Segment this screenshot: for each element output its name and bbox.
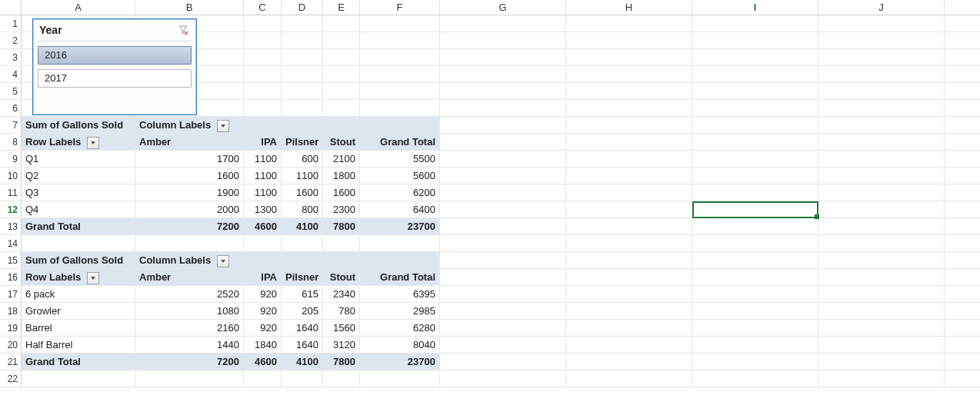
pivot1-measure-label: Sum of Gallons Sold	[22, 117, 135, 133]
pivot1-col-1: IPA	[244, 134, 282, 150]
slicer-clear-filter-icon[interactable]	[176, 24, 190, 36]
slicer-item-2016[interactable]: 2016	[38, 46, 192, 65]
pivot1-row-label: Q2	[22, 168, 135, 184]
pivot1-col-0: Amber	[135, 134, 244, 150]
col-header-H[interactable]: H	[566, 0, 692, 15]
pivot1-column-field[interactable]: Column Labels	[135, 117, 244, 133]
pivot2-row-label: 6 pack	[22, 286, 135, 302]
pivot2-col-filter-button[interactable]	[217, 255, 229, 267]
slicer-title: Year	[39, 24, 62, 36]
pivot2-row-field[interactable]: Row Labels	[22, 269, 135, 285]
pivot1-grand-total-label: Grand Total	[22, 218, 135, 234]
col-header-C[interactable]: C	[244, 0, 282, 15]
pivot1-row-label: Q4	[22, 201, 135, 217]
pivot1-col-4: Grand Total	[360, 134, 440, 150]
pivot1-row-label: Q3	[22, 184, 135, 201]
pivot1-row-filter-button[interactable]	[87, 137, 99, 149]
col-header-B[interactable]: B	[135, 0, 244, 15]
column-header-row: A B C D E F G H I J	[0, 0, 980, 15]
slicer-item-2017[interactable]: 2017	[38, 69, 192, 88]
col-header-J[interactable]: J	[818, 0, 945, 15]
pivot2-row-filter-button[interactable]	[87, 272, 99, 284]
col-header-I[interactable]: I	[692, 0, 818, 15]
pivot2-row-label: Barrel	[22, 320, 135, 336]
pivot1-row-field[interactable]: Row Labels	[22, 134, 135, 150]
pivot1-col-filter-button[interactable]	[217, 120, 229, 132]
pivot2-column-field[interactable]: Column Labels	[135, 252, 244, 268]
spreadsheet-sheet: A B C D E F G H I J 1 2 3 4 5 6 7 Sum of…	[0, 0, 980, 415]
col-header-E[interactable]: E	[323, 0, 360, 15]
col-header-F[interactable]: F	[360, 0, 440, 15]
col-header-A[interactable]: A	[22, 0, 135, 15]
pivot1-row-label: Q1	[22, 151, 135, 167]
pivot2-measure-label: Sum of Gallons Sold	[22, 252, 135, 268]
pivot2-row-label: Half Barrel	[22, 337, 135, 353]
pivot2-row-label: Growler	[22, 303, 135, 319]
pivot2-grand-total-label: Grand Total	[22, 354, 135, 370]
pivot1-col-3: Stout	[323, 134, 360, 150]
col-header-D[interactable]: D	[282, 0, 323, 15]
select-all-corner[interactable]	[0, 0, 22, 15]
pivot1-col-2: Pilsner	[282, 134, 323, 150]
slicer-year[interactable]: Year 2016 2017	[32, 18, 197, 115]
col-header-G[interactable]: G	[440, 0, 566, 15]
